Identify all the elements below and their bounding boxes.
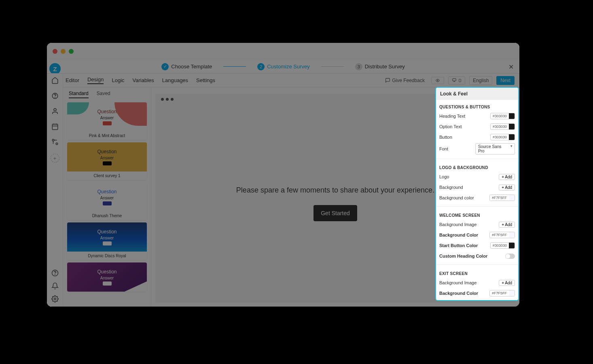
theme-preview-question: Question	[97, 269, 116, 275]
theme-card[interactable]: Question Answer Client survey 1	[67, 142, 147, 180]
label-es-bg-color: Background Color	[439, 291, 478, 296]
tab-saved[interactable]: Saved	[97, 91, 110, 98]
theme-name: Dynamic Discs Royal	[67, 252, 147, 260]
get-started-button[interactable]: Get Started	[313, 205, 357, 221]
theme-preview-question: Question	[97, 109, 116, 114]
tab-standard[interactable]: Standard	[69, 91, 89, 98]
color-hex: #303030	[491, 114, 509, 118]
label-option-text: Option Text	[439, 124, 462, 129]
color-picker-heading-text[interactable]: #303030	[490, 113, 515, 119]
language-selector[interactable]: English	[469, 76, 492, 85]
svg-point-16	[54, 298, 56, 300]
step-choose-template[interactable]: Choose Template	[161, 63, 212, 70]
user-icon[interactable]	[51, 108, 59, 115]
window-zoom-dot[interactable]	[69, 49, 74, 54]
close-icon[interactable]: ✕	[508, 63, 514, 71]
color-picker-option-text[interactable]: #303030	[490, 123, 515, 130]
canvas-window-dots	[155, 94, 179, 105]
tab-editor[interactable]: Editor	[66, 77, 79, 83]
color-hex: #F7F5FF	[490, 291, 509, 295]
divider	[436, 159, 518, 159]
calendar-icon[interactable]	[51, 123, 59, 130]
theme-name: Dhanush Theme	[67, 212, 147, 220]
row-es-bg-color: Background Color #F7F5FF	[439, 289, 515, 298]
add-ws-bg-image-button[interactable]: + Add	[499, 222, 515, 228]
label-font: Font	[439, 146, 448, 151]
svg-point-12	[52, 139, 54, 141]
add-es-bg-image-button[interactable]: + Add	[499, 280, 515, 286]
titlebar	[47, 43, 519, 60]
theme-tabs: Standard Saved	[63, 87, 151, 101]
tab-languages[interactable]: Languages	[162, 77, 188, 83]
add-logo-button[interactable]: + Add	[499, 174, 515, 180]
row-background-color: Background color #F7F5FF	[439, 193, 515, 202]
step-label: Distribute Survey	[365, 63, 405, 70]
svg-point-0	[437, 80, 438, 81]
next-button[interactable]: Next	[496, 76, 515, 85]
svg-point-6	[55, 97, 55, 97]
color-swatch	[509, 195, 515, 201]
add-background-button[interactable]: + Add	[499, 184, 515, 190]
color-picker-ws-bg[interactable]: #F7F5FF	[489, 232, 515, 238]
survey-icon[interactable]	[51, 92, 59, 99]
window-close-dot[interactable]	[53, 49, 57, 54]
tab-settings[interactable]: Settings	[196, 77, 215, 83]
gear-icon[interactable]	[51, 295, 59, 303]
add-icon[interactable]: +	[51, 154, 59, 163]
theme-card[interactable]: Question Answer	[67, 262, 147, 292]
color-swatch	[509, 124, 515, 129]
bell-icon[interactable]	[51, 282, 59, 290]
theme-card[interactable]: Question Answer Dynamic Discs Royal	[67, 222, 147, 260]
tab-variables[interactable]: Variables	[133, 77, 154, 83]
color-picker-button[interactable]: #303030	[490, 134, 515, 140]
theme-card[interactable]: Question Answer Pink & Mint Abstract	[67, 102, 147, 140]
theme-card[interactable]: Question Answer Dhanush Theme	[67, 182, 147, 220]
device-preview-toggle[interactable]	[448, 76, 465, 85]
toggle-ws-custom-heading[interactable]	[505, 254, 515, 259]
integrations-icon[interactable]	[51, 138, 59, 146]
theme-preview: Question Answer	[67, 182, 147, 212]
label-custom-heading-color: Custom Heading Color	[439, 254, 487, 258]
panel-title: Look & Feel	[436, 88, 518, 100]
font-select[interactable]: Source Sans Pro	[475, 143, 515, 154]
row-background: Background + Add	[439, 183, 515, 192]
home-icon[interactable]	[51, 77, 59, 84]
label-background-color: Background color	[439, 195, 474, 200]
color-picker-start-btn[interactable]: #303030	[490, 242, 515, 249]
step-label: Customize Survey	[267, 63, 309, 70]
tab-design[interactable]: Design	[87, 76, 104, 84]
look-and-feel-panel: Look & Feel QUESTIONS & BUTTONS Heading …	[435, 87, 519, 301]
theme-preview-answer: Answer	[100, 156, 114, 160]
eye-icon	[435, 78, 441, 83]
tab-logic[interactable]: Logic	[112, 77, 124, 83]
svg-rect-4	[459, 79, 461, 82]
window-minimize-dot[interactable]	[61, 49, 66, 54]
color-swatch	[509, 243, 515, 248]
app-window: Z Choose Template 2 Customize Survey 3 D…	[47, 43, 519, 307]
theme-preview: Question Answer	[67, 262, 147, 292]
row-es-custom-heading-color: Custom Heading Color	[439, 299, 515, 301]
theme-name: Client survey 1	[67, 171, 147, 180]
step-distribute-survey[interactable]: 3 Distribute Survey	[355, 63, 405, 70]
left-nav-rail: +	[47, 74, 63, 307]
color-picker-es-bg[interactable]: #F7F5FF	[489, 290, 515, 296]
color-hex: #303030	[491, 135, 509, 139]
row-font: Font Source Sans Pro	[439, 143, 515, 154]
theme-preview: Question Answer	[67, 102, 147, 131]
step-customize-survey[interactable]: 2 Customize Survey	[257, 63, 309, 70]
section-exit-screen: EXIT SCREEN	[439, 271, 515, 276]
editor-toolbar: Editor Design Logic Variables Languages …	[47, 74, 519, 87]
color-hex: #303030	[491, 125, 509, 129]
color-picker-background[interactable]: #F7F5FF	[489, 195, 515, 201]
give-feedback-link[interactable]: Give Feedback	[383, 76, 427, 85]
theme-preview-button	[103, 121, 112, 125]
section-welcome-screen: WELCOME SCREEN	[439, 213, 515, 218]
row-ws-bg-image: Background Image + Add	[439, 220, 515, 229]
row-ws-bg-color: Background Color #F7F5FF	[439, 231, 515, 239]
theme-list[interactable]: Question Answer Pink & Mint Abstract Que…	[63, 101, 151, 307]
help-icon[interactable]	[51, 269, 59, 277]
svg-rect-8	[52, 124, 58, 130]
preview-button[interactable]	[431, 77, 444, 84]
theme-preview-button	[103, 241, 112, 245]
theme-name: Pink & Mint Abstract	[67, 131, 147, 140]
